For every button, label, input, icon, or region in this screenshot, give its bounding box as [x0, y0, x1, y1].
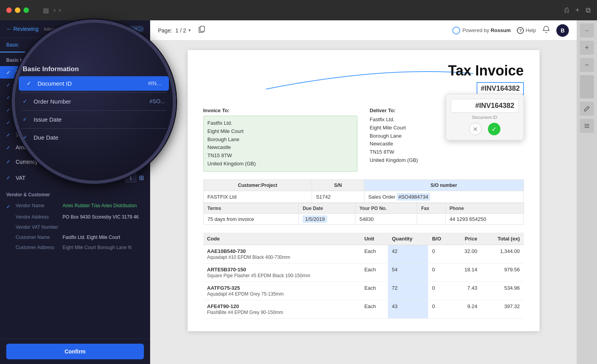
menu-tool[interactable] — [580, 119, 594, 133]
right-panel: ↔ + − — [577, 20, 597, 364]
annotate-tool[interactable] — [580, 102, 594, 116]
sidebar-toggle-icon[interactable]: ▤ — [43, 7, 49, 14]
check-icon-order-number: ✓ — [6, 82, 12, 88]
invoice-id-popup: #INV164382 Document ID ✕ ✓ — [446, 94, 524, 140]
avatar-letter: B — [561, 27, 565, 34]
cell-quantity-1: 54 — [388, 263, 428, 282]
page-label: Page: — [158, 27, 172, 34]
magnifier-overlay: Basic Information ✓ Document ID #IN... ✓… — [12, 20, 176, 184]
rossum-logo: Powered by Rossum — [452, 27, 511, 34]
help-button[interactable]: ? Help — [517, 27, 536, 34]
popup-cancel-button[interactable]: ✕ — [469, 123, 482, 135]
page-separator: / — [180, 27, 181, 34]
mag-item-due-date[interactable]: ✓ Due Date — [15, 130, 173, 145]
main-content: Page: 1 / 2 ▼ Powered by Ros — [150, 20, 577, 364]
cell-bo-0: 0 — [428, 245, 452, 263]
field-item-customer-address[interactable]: Customer Address Eight Mile Court Boroug… — [0, 242, 150, 253]
terms-value: 75 days from invoice — [203, 213, 299, 224]
due-date-value: 1/5/2019 — [299, 213, 355, 224]
due-date-highlighted[interactable]: 1/5/2019 — [303, 215, 327, 223]
cell-code-3: AFE4T90-120 FlashBite #4 EPDM Grey 90-15… — [203, 300, 360, 318]
cell-price-1: 18.14 — [452, 263, 481, 282]
scroll-up-tool[interactable]: ↔ — [580, 23, 594, 38]
vendor-vat-key: Vendor VAT Number — [16, 224, 63, 230]
notification-bell-button[interactable] — [542, 25, 550, 35]
scroll-bar-handle[interactable] — [580, 75, 594, 99]
add-tab-icon[interactable]: + — [575, 6, 579, 14]
field-item-vendor-name[interactable]: ✓ Vendor Name Aries Rubber T/as Aries Di… — [0, 201, 150, 212]
invoice-to-company: Fastfix Ltd. — [208, 119, 353, 127]
back-arrow-icon: ← — [6, 26, 12, 32]
help-label: Help — [525, 27, 536, 33]
cell-bo-1: 0 — [428, 263, 452, 282]
vendor-address-value: PO Box 9430 Scoresby VIC 3179 46 — [63, 214, 144, 220]
po-value: 54830 — [355, 213, 417, 224]
traffic-lights — [6, 7, 29, 13]
back-nav-icon[interactable]: ‹ — [54, 7, 56, 14]
popup-label: Document ID — [451, 115, 519, 120]
due-date-header: Due Date — [299, 203, 355, 213]
cp-col1-value: FASTFIX Ltd — [203, 191, 312, 203]
invoice-id-display[interactable]: #INV164382 — [477, 82, 523, 95]
terms-table: Terms Due Date Your PO No. Fax Phone 75 … — [203, 203, 524, 225]
sidebar-footer: Confirm — [0, 339, 150, 364]
cell-total-3: 397.32 — [481, 300, 524, 318]
title-bar-controls: ▤ — [43, 7, 49, 14]
user-avatar-button[interactable]: B — [556, 24, 569, 37]
main-toolbar: Page: 1 / 2 ▼ Powered by Ros — [150, 20, 577, 41]
cell-price-2: 7.43 — [452, 282, 481, 300]
vendor-address-key: Vendor Address — [16, 214, 63, 220]
copy-pages-button[interactable] — [198, 25, 206, 35]
page-chevron-down-icon: ▼ — [188, 28, 192, 32]
confirm-button[interactable]: Confirm — [6, 344, 144, 359]
share-icon[interactable]: ⎙ — [565, 6, 569, 14]
invoice-to-postcode: TN15 8TW — [208, 152, 353, 160]
vendor-name-key: Vendor Name — [16, 203, 63, 208]
grid-icon[interactable]: ⊞ — [139, 174, 144, 181]
cell-quantity-3: 43 — [388, 300, 428, 318]
mag-item-issue-date[interactable]: ✓ Issue Date — [15, 112, 173, 127]
mag-item-order-number[interactable]: ✓ Order Number #SO... — [15, 94, 173, 109]
cp-col1-header: Customer:Project — [203, 179, 312, 191]
fax-value — [417, 213, 445, 224]
field-item-vendor-address[interactable]: Vendor Address PO Box 9430 Scoresby VIC … — [0, 212, 150, 222]
check-icon-vat: ✓ — [6, 175, 12, 181]
current-page: 1 — [176, 27, 179, 34]
close-button[interactable] — [6, 7, 12, 13]
field-item-customer-name[interactable]: Customer Name Fastfix Ltd. Eight Mile Co… — [0, 232, 150, 242]
table-row: AATFG75-325 Aquadapt #4 EPDM Grey 75-135… — [203, 282, 524, 300]
cp-col2-value: S1742 — [312, 191, 364, 203]
zoom-in-tool[interactable]: + — [580, 41, 594, 55]
invoice-title: Tax Invoice — [448, 63, 523, 79]
cell-code-1: ARTE5B370-150 Square Pipe Flasher #5 EPD… — [203, 263, 360, 282]
minimize-button[interactable] — [15, 7, 20, 13]
deliver-to-postcode: TN15 8TW — [370, 148, 524, 156]
document-area: Tax Invoice #INV164382 #INV164382 Docume… — [150, 41, 577, 364]
fullscreen-button[interactable] — [23, 7, 29, 13]
mag-check-document-id: ✓ — [27, 80, 33, 86]
check-icon-total-tax: ✓ — [6, 120, 12, 126]
tab-basic[interactable]: Basic — [0, 38, 25, 52]
zoom-out-tool[interactable]: − — [580, 58, 594, 72]
cp-col3-value: Sales Order #SO4984734 — [364, 191, 523, 203]
popup-value[interactable]: #INV164382 — [451, 99, 519, 113]
mag-item-document-id[interactable]: ✓ Document ID #IN... — [19, 76, 169, 91]
forward-nav-icon[interactable]: › — [59, 7, 61, 14]
invoice-header: Tax Invoice #INV164382 #INV164382 Docume… — [203, 63, 524, 98]
popup-actions: ✕ ✓ — [451, 123, 519, 135]
page-dropdown[interactable]: 1 / 2 ▼ — [176, 27, 192, 34]
invoice-to-line1: Eight Mile Court — [208, 127, 353, 136]
customer-address-value: Eight Mile Court Borough Lane N — [63, 245, 144, 250]
page-info: Page: 1 / 2 ▼ — [158, 27, 192, 34]
field-item-vendor-vat[interactable]: Vendor VAT Number — [0, 222, 150, 232]
toolbar-right: Powered by Rossum ? Help B — [452, 24, 569, 37]
customer-name-value: Fastfix Ltd. Eight Mile Court — [63, 235, 144, 240]
vendor-name-value: Aries Rubber T/as Aries Distribution — [63, 203, 144, 208]
cp-col3-header: S/O number — [364, 179, 523, 191]
popup-confirm-button[interactable]: ✓ — [488, 123, 500, 135]
so-number[interactable]: #SO4984734 — [397, 193, 430, 201]
vendor-section-header: Vendor & Customer — [0, 186, 150, 201]
back-link[interactable]: ← Reviewing — [6, 26, 39, 32]
windows-icon[interactable]: ⧉ — [586, 6, 591, 14]
line-items-table: Code Unit Quantity B/O Price Total (ex) … — [203, 233, 524, 319]
